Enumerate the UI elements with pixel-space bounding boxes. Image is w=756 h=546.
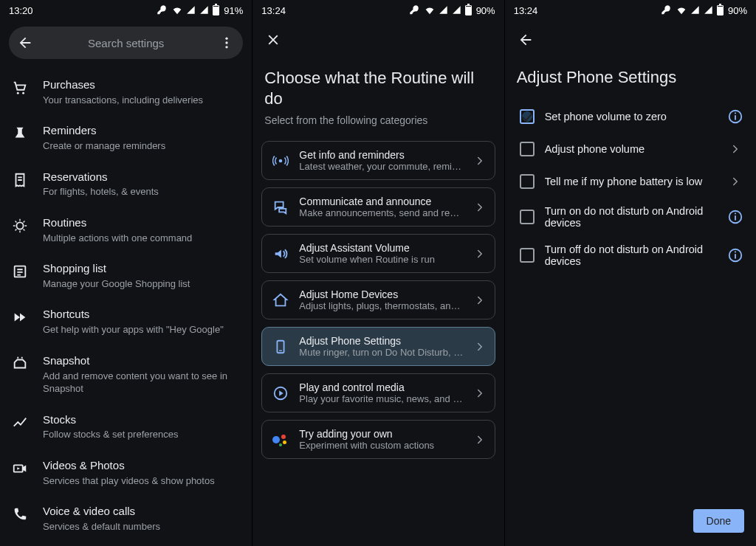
item-title: Videos & Photos [43, 459, 240, 473]
settings-item[interactable]: Purchases Your transactions, including d… [0, 69, 252, 115]
expand-button[interactable] [726, 142, 744, 156]
battery-icon [717, 5, 724, 15]
page-subtitle: Select from the following categories [252, 113, 504, 136]
wifi-icon [676, 4, 687, 16]
wifi-icon [424, 4, 436, 16]
assistant-icon [272, 432, 289, 448]
settings-item[interactable]: Voice & video calls Services & default n… [0, 496, 252, 542]
category-card[interactable]: Adjust Assistant Volume Set volume when … [261, 234, 495, 273]
broadcast-icon [272, 153, 289, 169]
wifi-icon [171, 4, 183, 16]
header [505, 19, 756, 50]
battery-icon [213, 5, 219, 15]
option-row[interactable]: Turn on do not disturb on Android device… [508, 198, 753, 236]
play-icon [272, 385, 289, 401]
volume-icon [272, 246, 289, 262]
info-button[interactable] [726, 108, 744, 125]
chat-icon [272, 199, 289, 215]
item-title: Shopping list [43, 262, 240, 276]
back-button[interactable] [16, 35, 34, 51]
item-subtitle: Create or manage reminders [43, 139, 240, 153]
page-title: Adjust Phone Settings [505, 50, 756, 100]
phone-settings-icon [272, 339, 289, 355]
card-subtitle: Adjust lights, plugs, thermostats, and … [299, 300, 463, 311]
card-subtitle: Mute ringer, turn on Do Not Disturb, a… [299, 347, 463, 358]
back-arrow-icon [518, 32, 534, 48]
settings-item[interactable]: Reservations For flights, hotels, & even… [0, 162, 252, 207]
info-button[interactable] [726, 247, 744, 263]
category-card[interactable]: Adjust Phone Settings Mute ringer, turn … [261, 327, 495, 366]
item-subtitle: Follow stocks & set preferences [43, 428, 240, 441]
more-vert-icon [219, 35, 234, 50]
done-button[interactable]: Done [693, 509, 744, 533]
home-icon [272, 292, 289, 308]
back-button[interactable] [515, 30, 536, 50]
vpn-key-icon [661, 4, 673, 16]
chevron-right-icon [472, 387, 487, 400]
card-subtitle: Make announcements, send and read … [299, 207, 463, 218]
option-label: Adjust phone volume [545, 143, 716, 155]
chevron-right-icon [472, 433, 487, 446]
back-arrow-icon [17, 35, 33, 51]
checkbox[interactable] [520, 109, 535, 124]
settings-list-panel: 13:20 91% Search settings Purchases Your… [0, 0, 252, 546]
settings-item[interactable]: Shortcuts Get help with your apps with "… [0, 299, 252, 345]
settings-item[interactable]: Shopping list Manage your Google Shoppin… [0, 253, 252, 299]
routine-categories-panel: 13:24 90% Choose what the Routine will d… [252, 0, 504, 546]
snapshot-icon [10, 354, 30, 372]
more-button[interactable] [218, 35, 236, 50]
checkbox[interactable] [520, 248, 535, 263]
chevron-right-icon [472, 154, 487, 167]
card-subtitle: Set volume when Routine is run [299, 254, 463, 265]
status-time: 13:24 [261, 5, 286, 16]
option-row[interactable]: Adjust phone volume [508, 133, 753, 165]
settings-item[interactable]: Snapshot Add and remove content you want… [0, 345, 252, 404]
settings-item[interactable]: Reminders Create or manage reminders [0, 115, 252, 161]
checkbox[interactable] [520, 174, 535, 189]
status-time: 13:20 [9, 5, 33, 16]
chevron-right-icon [729, 142, 742, 156]
option-row[interactable]: Set phone volume to zero [508, 100, 753, 133]
settings-list: Purchases Your transactions, including d… [0, 66, 252, 545]
category-card[interactable]: Communicate and announce Make announceme… [261, 187, 495, 227]
category-list: Get info and reminders Latest weather, y… [252, 136, 504, 468]
item-title: Voice & video calls [43, 505, 240, 519]
expand-button[interactable] [726, 175, 744, 188]
item-subtitle: Your transactions, including deliveries [43, 94, 240, 107]
option-row[interactable]: Tell me if my phone battery is low [508, 165, 753, 198]
settings-item[interactable]: Stocks Follow stocks & set preferences [0, 404, 252, 450]
item-title: Shortcuts [43, 308, 240, 322]
option-label: Tell me if my phone battery is low [545, 176, 716, 187]
category-card[interactable]: Play and control media Play your favorit… [261, 373, 495, 412]
signal-icon [452, 5, 462, 15]
checkbox[interactable] [520, 142, 535, 156]
status-time: 13:24 [514, 5, 538, 16]
category-card[interactable]: Try adding your own Experiment with cust… [261, 420, 495, 459]
category-card[interactable]: Get info and reminders Latest weather, y… [261, 141, 495, 180]
option-row[interactable]: Turn off do not disturb on Android devic… [508, 236, 753, 274]
card-subtitle: Play your favorite music, news, and m… [299, 393, 463, 404]
card-title: Get info and reminders [299, 149, 463, 161]
header [252, 19, 504, 50]
signal-icon [186, 5, 196, 15]
battery-icon [465, 5, 472, 15]
search-bar[interactable]: Search settings [9, 27, 243, 59]
item-subtitle: Services & default numbers [43, 520, 240, 533]
chevron-right-icon [472, 294, 487, 307]
info-button[interactable] [726, 209, 744, 225]
settings-item[interactable]: Routines Multiple actions with one comma… [0, 207, 252, 253]
close-button[interactable] [263, 30, 284, 50]
signal-icon [704, 5, 714, 15]
settings-item[interactable]: Videos & Photos Services that play video… [0, 450, 252, 496]
item-subtitle: Manage your Google Shopping list [43, 277, 240, 291]
card-subtitle: Latest weather, your commute, remin… [299, 161, 463, 172]
status-bar: 13:24 90% [505, 0, 756, 19]
routines-icon [10, 216, 30, 234]
checkbox[interactable] [520, 210, 535, 224]
cart-icon [10, 78, 30, 96]
battery-percent: 90% [728, 5, 747, 16]
item-subtitle: Get help with your apps with "Hey Google… [43, 323, 240, 336]
search-input[interactable]: Search settings [34, 37, 218, 49]
category-card[interactable]: Adjust Home Devices Adjust lights, plugs… [261, 280, 495, 319]
card-title: Play and control media [299, 381, 463, 393]
